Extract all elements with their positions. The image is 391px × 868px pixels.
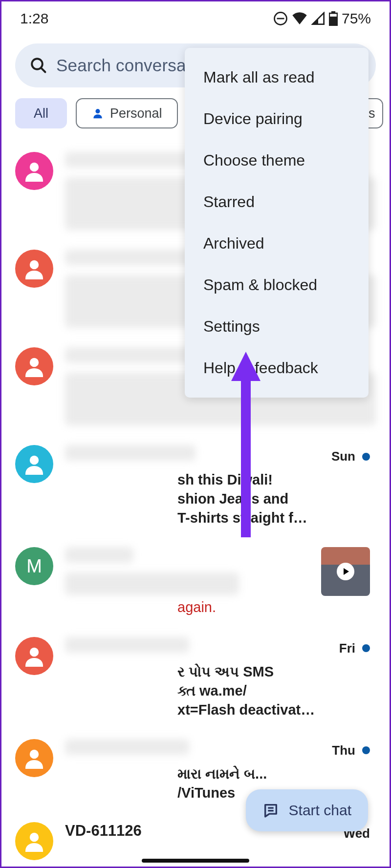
timestamp: Thu [332, 743, 355, 758]
avatar [15, 637, 53, 675]
chip-personal[interactable]: Personal [76, 98, 178, 128]
row-meta: Sun [331, 449, 370, 464]
menu-device-pairing[interactable]: Device pairing [185, 98, 369, 140]
video-thumbnail[interactable] [321, 547, 370, 596]
redacted-name [65, 445, 196, 461]
avatar [15, 152, 53, 190]
fab-label: Start chat [289, 802, 351, 819]
svg-point-11 [30, 456, 39, 465]
status-bar: 1:28 75% [1, 1, 390, 31]
signal-icon [311, 12, 325, 25]
avatar: M [15, 547, 53, 585]
chat-icon [262, 802, 279, 819]
person-icon [91, 107, 104, 120]
unread-indicator [362, 453, 370, 461]
chip-all[interactable]: All [15, 98, 67, 128]
battery-icon [329, 11, 338, 26]
redacted-preview [65, 572, 239, 595]
search-placeholder: Search conversati [56, 56, 195, 75]
dnd-icon [273, 11, 288, 26]
message-preview: ર પોપ અપ SMSક્ત wa.me/xt=Flash deactivat… [65, 662, 376, 720]
menu-spam-blocked[interactable]: Spam & blocked [185, 264, 369, 306]
timestamp: Sun [331, 449, 355, 464]
redacted-name [65, 547, 133, 563]
start-chat-button[interactable]: Start chat [246, 789, 368, 831]
avatar [15, 822, 53, 860]
list-item[interactable]: ર પોપ અપ SMSક્ત wa.me/xt=Flash deactivat… [1, 628, 390, 730]
overflow-menu: Mark all as read Device pairing Choose t… [185, 48, 369, 398]
unread-indicator [362, 746, 370, 754]
menu-help-feedback[interactable]: Help & feedback [185, 347, 369, 389]
row-meta: Fri [339, 641, 370, 656]
menu-starred[interactable]: Starred [185, 181, 369, 223]
timestamp: Fri [339, 641, 355, 656]
avatar [15, 739, 53, 777]
avatar [15, 445, 53, 483]
status-right: 75% [273, 10, 371, 27]
battery-pct: 75% [342, 10, 371, 27]
row-meta: Thu [332, 743, 370, 758]
svg-point-9 [30, 260, 39, 269]
svg-rect-4 [329, 17, 337, 26]
gesture-handle [142, 859, 249, 863]
unread-indicator [362, 644, 370, 652]
menu-archived[interactable]: Archived [185, 223, 369, 264]
menu-settings[interactable]: Settings [185, 306, 369, 347]
list-item[interactable]: M again. [1, 538, 390, 628]
avatar [15, 250, 53, 288]
menu-choose-theme[interactable]: Choose theme [185, 140, 369, 181]
svg-point-7 [95, 109, 100, 113]
search-icon [30, 57, 47, 74]
redacted-name [65, 739, 189, 755]
svg-point-10 [30, 358, 39, 367]
svg-point-8 [30, 163, 39, 171]
svg-point-14 [30, 833, 39, 842]
svg-line-6 [41, 68, 45, 72]
message-preview: sh this Diwali!shion Jeans andT-shirts s… [65, 470, 376, 528]
list-item[interactable]: sh this Diwali!shion Jeans andT-shirts s… [1, 436, 390, 538]
avatar [15, 347, 53, 385]
wifi-icon [292, 11, 307, 26]
message-preview-tail: again. [65, 598, 376, 617]
redacted-name [65, 637, 189, 653]
menu-mark-all-read[interactable]: Mark all as read [185, 57, 369, 98]
play-icon [337, 563, 354, 580]
svg-point-13 [30, 750, 39, 759]
svg-point-12 [30, 647, 39, 656]
status-time: 1:28 [20, 10, 48, 27]
